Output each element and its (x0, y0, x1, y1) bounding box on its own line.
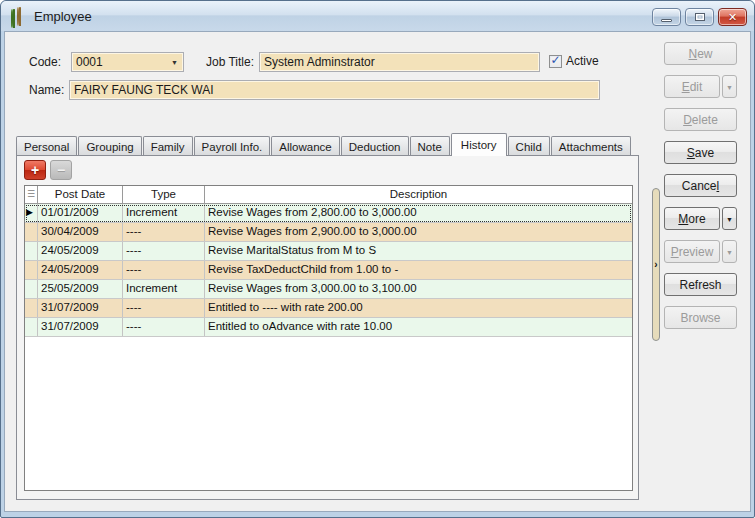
cell-type: ---- (123, 261, 205, 279)
table-row[interactable]: 30/04/2009 ---- Revise Wages from 2,900.… (25, 223, 632, 242)
history-tab-panel: + − ☰ Post Date Type Description ▶ 01/01… (16, 155, 639, 500)
cell-type: ---- (123, 299, 205, 317)
chevron-right-icon: › (654, 260, 657, 270)
tab-allowance[interactable]: Allowance (271, 136, 339, 156)
refresh-button[interactable]: Refresh (664, 273, 737, 296)
new-button: New (664, 42, 737, 65)
edit-button: Edit (664, 75, 720, 98)
name-value: FAIRY FAUNG TECK WAI (74, 83, 214, 97)
tab-personal[interactable]: Personal (16, 136, 77, 156)
browse-button-slot: Browse (664, 306, 737, 329)
cell-post-date: 31/07/2009 (38, 318, 123, 336)
grid-header-row: ☰ Post Date Type Description (25, 186, 632, 204)
minimize-icon (661, 19, 672, 22)
save-button-slot: Save (664, 141, 737, 164)
cell-post-date: 24/05/2009 (38, 261, 123, 279)
maximize-button[interactable] (685, 8, 714, 26)
new-button-slot: New (664, 42, 737, 65)
cell-description: Revise Wages from 2,800.00 to 3,000.00 (205, 204, 632, 222)
panel-splitter[interactable]: › (652, 188, 660, 341)
history-grid: ☰ Post Date Type Description ▶ 01/01/200… (24, 185, 633, 491)
employee-people-icon (10, 8, 28, 24)
plus-icon: + (31, 163, 39, 177)
name-label: Name: (29, 83, 64, 97)
table-row[interactable]: ▶ 01/01/2009 Increment Revise Wages from… (25, 204, 632, 223)
window-title: Employee (34, 9, 92, 24)
table-row[interactable]: 24/05/2009 ---- Revise MaritalStatus fro… (25, 242, 632, 261)
code-value: 0001 (76, 55, 103, 69)
cell-description: Revise TaxDeductChild from 1.00 to - (205, 261, 632, 279)
person-tan-icon (16, 8, 24, 21)
table-row[interactable]: 25/05/2009 Increment Revise Wages from 3… (25, 280, 632, 299)
table-row[interactable]: 31/07/2009 ---- Entitled to oAdvance wit… (25, 318, 632, 337)
preview-button-slot: Preview ▼ (664, 240, 737, 263)
tab-history[interactable]: History (451, 133, 507, 156)
cell-post-date: 30/04/2009 (38, 223, 123, 241)
delete-button-slot: Delete (664, 108, 737, 131)
table-row[interactable]: 24/05/2009 ---- Revise TaxDeductChild fr… (25, 261, 632, 280)
name-input[interactable]: FAIRY FAUNG TECK WAI (69, 80, 600, 100)
cell-type: ---- (123, 223, 205, 241)
table-row[interactable]: 31/07/2009 ---- Entitled to ---- with ra… (25, 299, 632, 318)
minimize-button[interactable] (652, 8, 681, 26)
maximize-icon (695, 13, 705, 21)
titlebar[interactable]: Employee ✕ (1, 1, 754, 31)
tab-strip: Personal Grouping Family Payroll Info. A… (16, 133, 632, 156)
more-dropdown-arrow-icon[interactable]: ▼ (722, 207, 737, 230)
employee-window: Employee ✕ Code: 0001 ▼ Job Title: Syste… (0, 0, 755, 518)
cell-description: Entitled to oAdvance with rate 10.00 (205, 318, 632, 336)
cell-post-date: 25/05/2009 (38, 280, 123, 298)
more-button-slot: More ▼ (664, 207, 737, 230)
tab-note[interactable]: Note (410, 136, 450, 156)
tab-grouping[interactable]: Grouping (78, 136, 141, 156)
close-icon: ✕ (728, 12, 737, 23)
cell-type: Increment (123, 204, 205, 222)
tab-deduction[interactable]: Deduction (341, 136, 409, 156)
cell-description: Revise Wages from 3,000.00 to 3,100.00 (205, 280, 632, 298)
tab-attachments[interactable]: Attachments (551, 136, 631, 156)
list-icon: ☰ (27, 189, 35, 199)
column-header-post-date[interactable]: Post Date (38, 186, 123, 203)
window-controls: ✕ (652, 8, 747, 26)
refresh-button-slot: Refresh (664, 273, 737, 296)
preview-button: Preview (664, 240, 720, 263)
action-button-column: New Edit ▼ Delete Save Cancel More ▼ Pre… (664, 42, 737, 339)
job-title-input[interactable]: System Adminstrator (259, 52, 540, 72)
cell-post-date: 24/05/2009 (38, 242, 123, 260)
tab-payroll-info[interactable]: Payroll Info. (194, 136, 271, 156)
close-button[interactable]: ✕ (718, 8, 747, 26)
minus-icon: − (57, 163, 65, 177)
edit-dropdown-arrow-icon: ▼ (722, 75, 737, 98)
column-header-type[interactable]: Type (123, 186, 205, 203)
browse-button: Browse (664, 306, 737, 329)
client-area: Code: 0001 ▼ Job Title: System Adminstra… (4, 31, 751, 512)
tab-family[interactable]: Family (143, 136, 193, 156)
remove-row-button: − (50, 160, 72, 180)
code-label: Code: (29, 55, 61, 69)
save-button[interactable]: Save (664, 141, 737, 164)
cell-post-date: 31/07/2009 (38, 299, 123, 317)
active-checkbox[interactable]: ✓ (549, 55, 562, 68)
cell-description: Revise Wages from 2,900.00 to 3,000.00 (205, 223, 632, 241)
job-title-label: Job Title: (206, 55, 254, 69)
active-checkbox-group[interactable]: ✓ Active (549, 54, 599, 68)
cell-type: ---- (123, 318, 205, 336)
selected-row-pointer-icon: ▶ (26, 207, 33, 217)
grid-corner-cell[interactable]: ☰ (25, 186, 38, 203)
cancel-button[interactable]: Cancel (664, 174, 737, 197)
delete-button: Delete (664, 108, 737, 131)
active-label: Active (566, 54, 599, 68)
column-header-description[interactable]: Description (205, 186, 632, 203)
chevron-down-icon: ▼ (171, 59, 179, 66)
add-row-button[interactable]: + (24, 160, 46, 180)
code-select[interactable]: 0001 ▼ (71, 52, 184, 72)
check-icon: ✓ (550, 54, 560, 66)
preview-dropdown-arrow-icon: ▼ (722, 240, 737, 263)
cell-description: Revise MaritalStatus from M to S (205, 242, 632, 260)
job-title-value: System Adminstrator (264, 55, 375, 69)
tab-child[interactable]: Child (508, 136, 550, 156)
edit-button-slot: Edit ▼ (664, 75, 737, 98)
cancel-button-slot: Cancel (664, 174, 737, 197)
cell-description: Entitled to ---- with rate 200.00 (205, 299, 632, 317)
more-button[interactable]: More (664, 207, 720, 230)
